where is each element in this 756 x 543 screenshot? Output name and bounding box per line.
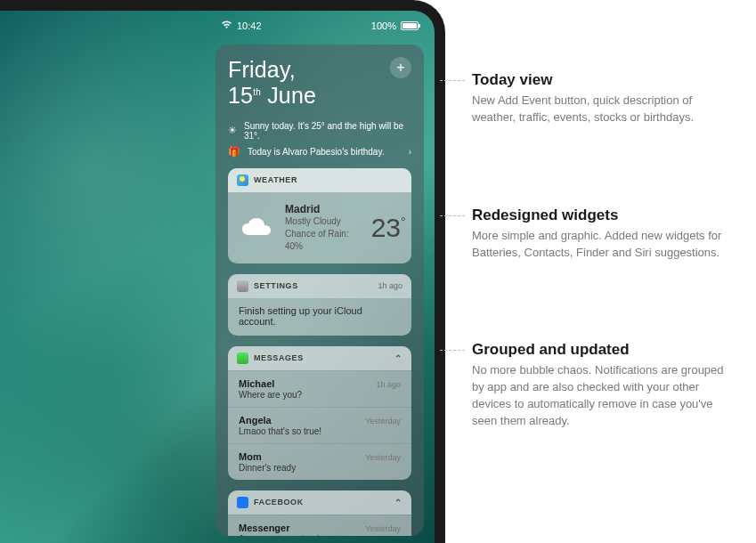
- facebook-item[interactable]: Messenger Yesterday Jorge sent an attatc…: [228, 515, 411, 537]
- weather-summary-line[interactable]: ☀ Sunny today. It's 25° and the high wil…: [228, 121, 411, 141]
- chevron-right-icon: ›: [409, 147, 411, 157]
- settings-time: 1h ago: [378, 281, 402, 290]
- chevron-up-icon[interactable]: ⌃: [394, 498, 402, 507]
- message-text: Where are you?: [239, 390, 401, 400]
- message-sender: Angela: [239, 415, 272, 425]
- chevron-up-icon[interactable]: ⌃: [394, 353, 402, 363]
- message-item[interactable]: Mom Yesterday Dinner's ready: [228, 443, 411, 480]
- annotation-today-view: Today view New Add Event button, quick d…: [472, 71, 729, 126]
- annotation-title: Today view: [472, 71, 729, 89]
- message-sender: Michael: [239, 378, 274, 389]
- message-time: Yesterday: [365, 453, 401, 462]
- weather-widget[interactable]: WEATHER Madrid Mostly Cloudy Chance of R…: [228, 168, 411, 263]
- add-event-button[interactable]: +: [390, 57, 411, 78]
- annotation-desc: No more bubble chaos. Notifications are …: [472, 362, 729, 429]
- settings-app-icon: [237, 280, 248, 292]
- facebook-header: FACEBOOK ⌃: [228, 490, 411, 515]
- facebook-app-icon: [237, 497, 248, 508]
- weather-condition: Mostly Cloudy: [285, 215, 361, 228]
- message-item[interactable]: Angela Yesterday Lmaoo that's so true!: [228, 407, 411, 443]
- annotations-column: Today view New Add Event button, quick d…: [445, 0, 756, 543]
- message-sender: Mom: [239, 451, 262, 462]
- wifi-icon: [221, 20, 232, 31]
- weather-widget-header: WEATHER: [228, 168, 411, 192]
- weather-temp: 23°: [371, 213, 401, 243]
- status-bar: 10:42 100%: [215, 18, 424, 34]
- message-time: 1h ago: [376, 380, 401, 389]
- cloud-icon: [239, 215, 274, 240]
- today-panel-wrapper: 10:42 100% Friday, 15th June +: [210, 11, 435, 543]
- annotation-widgets: Redesigned widgets More simple and graph…: [472, 207, 729, 262]
- gift-icon: 🎁: [228, 146, 240, 158]
- plus-icon: +: [396, 60, 404, 76]
- annotation-grouped: Grouped and updated No more bubble chaos…: [472, 341, 729, 429]
- today-panel: Friday, 15th June + ☀ Sunny today. It's …: [215, 45, 424, 536]
- weather-app-icon: [237, 174, 248, 186]
- facebook-group[interactable]: FACEBOOK ⌃ Messenger Yesterday Jorge sen…: [228, 490, 411, 537]
- settings-header-title: SETTINGS: [254, 281, 298, 290]
- settings-notification-header: SETTINGS 1h ago: [228, 274, 411, 298]
- facebook-text: Jorge sent an attatchment.: [239, 534, 401, 537]
- date-day: Friday,: [228, 57, 316, 83]
- facebook-time: Yesterday: [365, 524, 401, 533]
- message-item[interactable]: Michael 1h ago Where are you?: [228, 370, 411, 407]
- messages-app-icon: [237, 353, 248, 364]
- date-line: 15th June: [228, 83, 316, 109]
- sun-icon: ☀: [228, 125, 237, 136]
- battery-icon: [401, 21, 419, 30]
- messages-header: MESSAGES ⌃: [228, 346, 411, 370]
- weather-widget-title: WEATHER: [254, 175, 297, 184]
- annotation-title: Grouped and updated: [472, 341, 729, 359]
- device-frame: 10:42 100% Friday, 15th June +: [0, 0, 445, 543]
- status-left: 10:42: [221, 20, 262, 31]
- birthday-summary-line[interactable]: 🎁 Today is Alvaro Pabesio's birthday. ›: [228, 146, 411, 158]
- settings-notification[interactable]: SETTINGS 1h ago Finish setting up your i…: [228, 274, 411, 336]
- messages-header-title: MESSAGES: [254, 353, 304, 362]
- facebook-header-title: FACEBOOK: [254, 498, 304, 507]
- message-text: Lmaoo that's so true!: [239, 426, 401, 436]
- annotation-title: Redesigned widgets: [472, 207, 729, 224]
- messages-group[interactable]: MESSAGES ⌃ Michael 1h ago Where are you?…: [228, 346, 411, 480]
- status-time: 10:42: [237, 20, 262, 31]
- message-time: Yesterday: [365, 417, 401, 425]
- birthday-summary-text: Today is Alvaro Pabesio's birthday.: [248, 147, 384, 157]
- weather-info: Madrid Mostly Cloudy Chance of Rain: 40%: [285, 203, 361, 253]
- annotation-desc: More simple and graphic. Added new widge…: [472, 228, 729, 262]
- battery-pct: 100%: [371, 20, 396, 31]
- annotation-desc: New Add Event button, quick description …: [472, 93, 729, 126]
- weather-body: Madrid Mostly Cloudy Chance of Rain: 40%…: [228, 192, 411, 263]
- message-text: Dinner's ready: [239, 463, 401, 473]
- weather-rain: Chance of Rain: 40%: [285, 228, 361, 253]
- facebook-sender: Messenger: [239, 523, 289, 533]
- weather-city: Madrid: [285, 203, 361, 215]
- settings-notification-text: Finish setting up your iCloud account.: [228, 298, 411, 336]
- date-row: Friday, 15th June +: [228, 57, 411, 109]
- weather-summary-text: Sunny today. It's 25° and the high will …: [244, 121, 411, 141]
- status-right: 100%: [371, 20, 419, 31]
- date-block: Friday, 15th June: [228, 57, 316, 109]
